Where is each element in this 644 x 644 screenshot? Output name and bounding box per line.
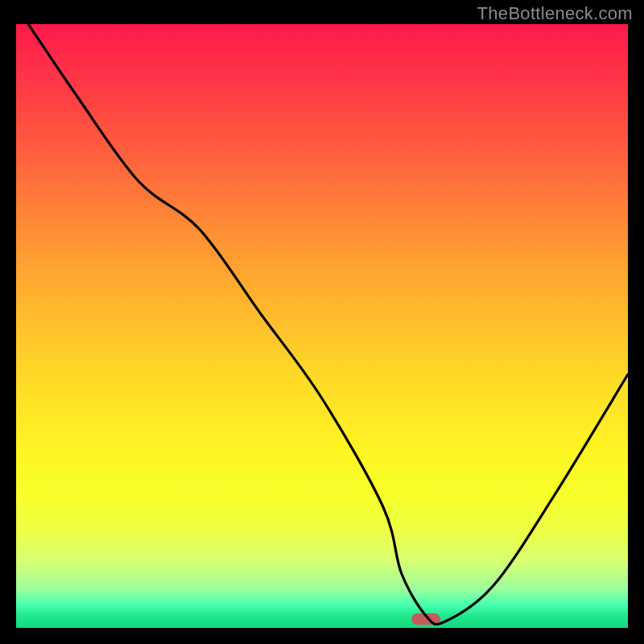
plot-area xyxy=(16,24,628,628)
watermark-text: TheBottleneck.com xyxy=(477,3,633,24)
bottleneck-curve xyxy=(16,24,628,628)
chart-canvas: TheBottleneck.com xyxy=(0,0,644,644)
